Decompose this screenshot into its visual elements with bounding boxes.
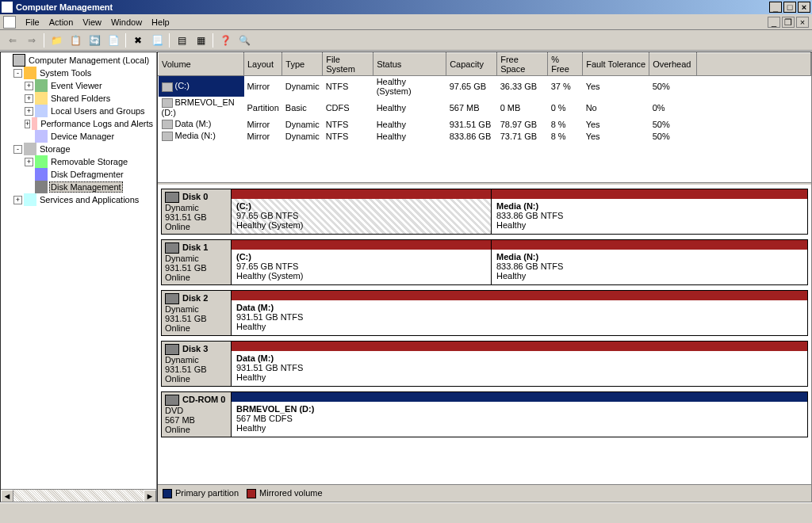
up-button[interactable]: 📁 — [48, 32, 65, 49]
legend-mirrored: Mirrored volume — [247, 488, 322, 498]
disk-header: Disk 3Dynamic931.51 GBOnline — [162, 342, 232, 386]
disk-header: Disk 1Dynamic931.51 GBOnline — [162, 240, 232, 284]
help-button[interactable]: ❓ — [216, 32, 234, 49]
tree-disk-mgmt[interactable]: Disk Management — [2, 181, 155, 193]
settings-button[interactable]: 📃 — [148, 32, 166, 49]
partition-box[interactable]: (C:)97.65 GB NTFSHealthy (System) — [232, 199, 491, 234]
mdi-restore-button[interactable]: ❐ — [782, 17, 795, 28]
expand-icon[interactable]: + — [25, 82, 33, 90]
scroll-left-button[interactable]: ◄ — [1, 490, 13, 502]
expand-icon[interactable]: + — [25, 120, 30, 128]
disk-header: CD-ROM 0DVD567 MBOnline — [162, 392, 232, 437]
list-icon: ▤ — [178, 35, 186, 46]
partition-box[interactable]: Media (N:)833.86 GB NTFSHealthy — [491, 199, 800, 234]
menu-action[interactable]: Action — [44, 16, 79, 29]
partition-box[interactable]: BRMEVOL_EN (D:)567 MB CDFSHealthy — [232, 402, 491, 437]
doc-icon — [3, 16, 16, 29]
tree-perf-logs[interactable]: +Performance Logs and Alerts — [2, 117, 155, 130]
col-header[interactable]: Fault Tolerance — [583, 53, 649, 76]
disk-header: Disk 0Dynamic931.51 GBOnline — [162, 189, 232, 234]
partition-box[interactable]: Data (M:)931.51 GB NTFSHealthy — [232, 351, 800, 386]
collapse-icon[interactable]: - — [13, 69, 22, 78]
search-button[interactable]: 🔍 — [236, 32, 253, 49]
forward-button[interactable]: ⇒ — [23, 32, 40, 49]
delete-button[interactable]: ✖ — [129, 32, 147, 49]
col-header[interactable]: Volume — [159, 53, 244, 76]
properties-icon: 📋 — [70, 35, 82, 46]
back-button[interactable]: ⇐ — [4, 32, 21, 49]
col-header[interactable]: Overhead — [649, 53, 697, 76]
disk-row[interactable]: Disk 3Dynamic931.51 GBOnlineData (M:)931… — [161, 341, 808, 387]
partition-box[interactable]: (C:)97.65 GB NTFSHealthy (System) — [232, 250, 491, 284]
menu-help[interactable]: Help — [147, 16, 174, 29]
window-titlebar: Computer Management _ □ × — [0, 0, 812, 14]
menu-view[interactable]: View — [78, 16, 106, 29]
computer-icon — [13, 54, 25, 67]
export-button[interactable]: 📄 — [105, 32, 122, 49]
menu-window[interactable]: Window — [106, 16, 147, 29]
tree-storage[interactable]: -Storage — [2, 143, 155, 155]
disk-icon — [165, 293, 179, 304]
disk-row[interactable]: Disk 0Dynamic931.51 GBOnline(C:)97.65 GB… — [161, 189, 808, 235]
page-icon: 📃 — [151, 35, 163, 46]
tree-device-mgr[interactable]: Device Manager — [2, 130, 155, 143]
window-title: Computer Management — [16, 2, 113, 12]
col-header[interactable]: Free Space — [497, 53, 548, 76]
expand-icon[interactable]: + — [13, 196, 22, 204]
tree-removable[interactable]: +Removable Storage — [2, 155, 155, 168]
main-area: Computer Management (Local) -System Tool… — [0, 51, 812, 502]
tree-local-users[interactable]: +Local Users and Groups — [2, 105, 155, 117]
disk-row[interactable]: Disk 2Dynamic931.51 GBOnlineData (M:)931… — [161, 290, 808, 336]
volume-row[interactable]: BRMEVOL_EN (D:)PartitionBasicCDFSHealthy… — [159, 97, 811, 118]
device-icon — [35, 130, 48, 143]
mdi-close-button[interactable]: × — [796, 17, 809, 28]
tools-icon — [24, 67, 36, 79]
tree-services[interactable]: +Services and Applications — [2, 193, 155, 206]
event-icon — [35, 79, 48, 92]
volume-table: VolumeLayoutTypeFile SystemStatusCapacit… — [158, 52, 811, 142]
expand-icon[interactable]: + — [25, 158, 33, 166]
refresh-button[interactable]: 🔄 — [86, 32, 103, 49]
col-header[interactable]: File System — [323, 53, 373, 76]
col-header[interactable]: Layout — [244, 53, 282, 76]
menu-file[interactable]: File — [21, 16, 44, 29]
scroll-right-button[interactable]: ► — [144, 490, 156, 502]
grid-icon: ▦ — [197, 35, 205, 46]
mdi-minimize-button[interactable]: _ — [768, 17, 780, 28]
col-header[interactable]: Status — [373, 53, 446, 76]
disk-row[interactable]: Disk 1Dynamic931.51 GBOnline(C:)97.65 GB… — [161, 239, 808, 285]
view-grid-button[interactable]: ▦ — [192, 32, 209, 49]
properties-button[interactable]: 📋 — [67, 32, 84, 49]
tree-event-viewer[interactable]: +Event Viewer — [2, 79, 155, 92]
partition-box[interactable]: Data (M:)931.51 GB NTFSHealthy — [232, 300, 800, 335]
minimize-button[interactable]: _ — [769, 2, 782, 13]
arrow-left-icon: ⇐ — [9, 35, 17, 46]
arrow-right-icon: ⇒ — [28, 35, 36, 46]
col-header[interactable]: Capacity — [446, 53, 497, 76]
tree-root[interactable]: Computer Management (Local) — [2, 54, 155, 67]
tree-shared-folders[interactable]: +Shared Folders — [2, 92, 155, 105]
tree-system-tools[interactable]: -System Tools — [2, 67, 155, 79]
volume-row[interactable]: Data (M:)MirrorDynamicNTFSHealthy931.51 … — [159, 118, 811, 130]
removable-icon — [35, 155, 48, 168]
collapse-icon[interactable]: - — [13, 145, 22, 154]
col-header[interactable]: % Free — [548, 53, 583, 76]
legend: Primary partition Mirrored volume — [158, 484, 811, 502]
search-icon: 🔍 — [239, 35, 251, 46]
disk-row[interactable]: CD-ROM 0DVD567 MBOnlineBRMEVOL_EN (D:)56… — [161, 391, 808, 437]
view-list-button[interactable]: ▤ — [173, 32, 190, 49]
maximize-button[interactable]: □ — [783, 2, 796, 13]
partition-box[interactable]: Media (N:)833.86 GB NTFSHealthy — [491, 250, 800, 284]
help-icon: ❓ — [220, 35, 232, 46]
close-button[interactable]: × — [798, 2, 810, 13]
tree-defrag[interactable]: Disk Defragmenter — [2, 168, 155, 181]
col-header[interactable]: Type — [282, 53, 323, 76]
app-icon — [2, 2, 13, 13]
tree-hscroll[interactable]: ◄► — [1, 489, 156, 502]
expand-icon[interactable]: + — [25, 94, 33, 103]
volume-row[interactable]: Media (N:)MirrorDynamicNTFSHealthy833.86… — [159, 130, 811, 142]
volume-icon — [162, 82, 173, 92]
folder-icon — [35, 92, 48, 105]
volume-row[interactable]: (C:)MirrorDynamicNTFSHealthy (System)97.… — [159, 76, 811, 97]
expand-icon[interactable]: + — [25, 107, 33, 116]
